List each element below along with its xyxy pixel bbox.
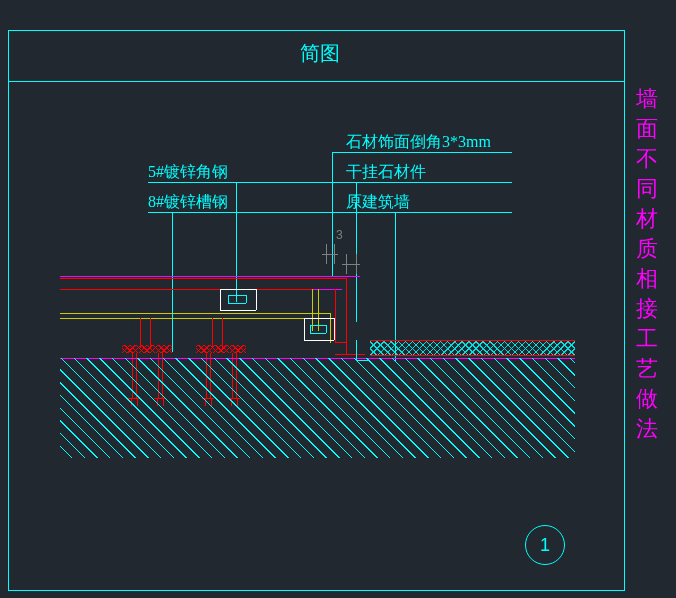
stone-top-inner xyxy=(60,289,313,290)
drawing-frame xyxy=(8,80,625,591)
side-title: 墙面不同材质相接工艺做法 xyxy=(636,84,660,444)
clip2-slot-r xyxy=(246,295,247,303)
detail-number: 1 xyxy=(540,535,550,555)
fix-v xyxy=(356,340,357,360)
stone-vert-inner xyxy=(335,289,336,342)
channel-top xyxy=(60,313,330,314)
clip2-r xyxy=(256,289,257,310)
clip-r xyxy=(334,318,335,340)
leg2b xyxy=(222,318,223,348)
annot-left2: 8#镀锌槽钢 xyxy=(148,192,228,213)
channel-bot xyxy=(60,318,313,319)
annot-left2-underline xyxy=(148,212,333,213)
right-stone-bot xyxy=(370,355,575,356)
clip-slot-t xyxy=(310,325,326,326)
leader-right-main xyxy=(332,152,333,277)
clip-l xyxy=(304,318,305,340)
clip-slot-b xyxy=(310,333,326,334)
detail-number-circle: 1 xyxy=(525,525,565,565)
title-text: 简图 xyxy=(300,40,340,67)
leg1 xyxy=(140,318,141,348)
clip2-top xyxy=(220,289,256,290)
anchor-plate-2 xyxy=(196,345,246,353)
anchor-plate-1 xyxy=(122,345,172,353)
leg1b xyxy=(150,318,151,348)
stone-vert-outer xyxy=(346,278,347,354)
clip-slot-r xyxy=(326,325,327,333)
cad-canvas: 简图 墙面不同材质相接工艺做法 5#镀锌角钢 8#镀锌槽钢 石材饰面倒角3*3m… xyxy=(0,0,676,598)
clip2-l xyxy=(220,289,221,310)
stone-top-outer xyxy=(60,278,346,279)
dim-line-1 xyxy=(322,254,338,255)
clip-slot-l xyxy=(310,325,311,333)
leg2 xyxy=(212,318,213,348)
stone-bottom-inner xyxy=(335,342,346,343)
dim-3: 3 xyxy=(336,228,343,242)
clip-top xyxy=(304,318,334,319)
leader-right2 xyxy=(356,182,357,322)
annot-right2-underline xyxy=(332,182,512,183)
dim-line-2 xyxy=(342,264,360,265)
wall-hatch xyxy=(60,358,575,458)
clip2-slot-t xyxy=(228,295,246,296)
right-stone-top xyxy=(370,340,575,341)
leader-left1 xyxy=(236,182,237,302)
leader-left2 xyxy=(172,212,173,352)
annot-right2: 干挂石材件 xyxy=(346,162,426,183)
annot-right1: 石材饰面倒角3*3mm xyxy=(346,132,491,153)
slab-outer-top xyxy=(60,276,360,277)
annot-right3-underline xyxy=(332,212,512,213)
annot-right1-underline xyxy=(332,152,512,153)
clip2-slot-b xyxy=(228,303,246,304)
annot-left1-underline xyxy=(148,182,333,183)
stone-bottom-outer xyxy=(335,354,365,355)
clip-bot xyxy=(304,340,334,341)
clip2-slot-l xyxy=(228,295,229,303)
clip2-bot xyxy=(220,310,256,311)
annot-left1: 5#镀锌角钢 xyxy=(148,162,228,183)
right-stone-band xyxy=(370,340,575,355)
